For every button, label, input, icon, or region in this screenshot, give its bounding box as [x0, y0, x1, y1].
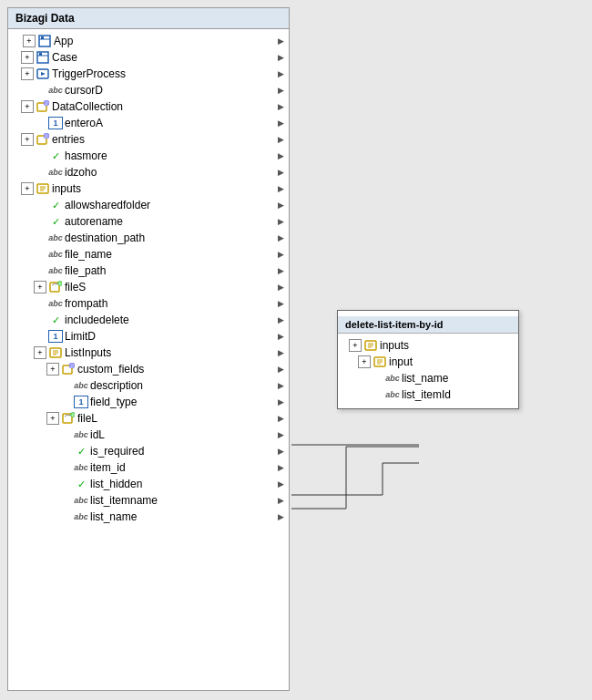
tree-label-case: Case — [52, 51, 77, 64]
tree-row-description[interactable]: abc description ▶ — [8, 377, 289, 394]
arrow-case: ▶ — [276, 53, 285, 62]
tree-row-case[interactable]: + Case ▶ — [8, 49, 289, 66]
tree-label-fileS: fileS — [65, 281, 86, 293]
icon-list_hidden: ✓ — [74, 477, 88, 491]
arrow-triggerprocess: ▶ — [276, 69, 285, 78]
tree-row-hasmore[interactable]: ✓ hasmore ▶ — [8, 148, 289, 164]
tree-row-destination_path[interactable]: abc destination_path ▶ — [8, 230, 289, 246]
icon-fileL: + — [61, 411, 76, 426]
arrow-destination_path: ▶ — [276, 233, 285, 242]
popup-icon-inputs — [363, 338, 378, 353]
arrow-app: ▶ — [276, 36, 285, 46]
expand-datacollection[interactable]: + — [21, 100, 34, 113]
arrow-file_path: ▶ — [276, 266, 285, 275]
tree-label-custom_fields: custom_fields — [77, 363, 144, 376]
expand-custom_fields[interactable]: + — [46, 363, 59, 376]
expand-app[interactable]: + — [23, 35, 36, 47]
popup-title: delete-list-item-by-id — [338, 316, 518, 334]
arrow-enteroA: ▶ — [276, 118, 285, 128]
tree-label-app: App — [54, 35, 73, 47]
tree-row-field_type[interactable]: 1 field_type ▶ — [8, 394, 289, 410]
expand-case[interactable]: + — [21, 51, 34, 64]
icon-cursorD: abc — [48, 83, 63, 98]
popup-row-list_itemId[interactable]: abc list_itemId — [338, 386, 518, 403]
icon-destination_path: abc — [48, 231, 63, 245]
tree-row-inputs[interactable]: + inputs ▶ — [8, 180, 289, 197]
arrow-fileS: ▶ — [276, 283, 285, 292]
tree-row-list_name[interactable]: abc list_name ▶ — [8, 509, 289, 525]
tree-row-file_path[interactable]: abc file_path ▶ — [8, 262, 289, 279]
tree-row-allowsharedfolder[interactable]: ✓ allowsharedfolder ▶ — [8, 197, 289, 213]
tree-row-file_name[interactable]: abc file_name ▶ — [8, 246, 289, 262]
arrow-list_name: ▶ — [276, 512, 285, 521]
icon-field_type: 1 — [74, 396, 88, 408]
tree-label-frompath: frompath — [65, 297, 107, 310]
arrow-ListInputs: ▶ — [276, 348, 285, 357]
icon-datacollection: + — [36, 99, 50, 114]
arrow-list_hidden: ▶ — [276, 479, 285, 489]
icon-idL: abc — [74, 427, 88, 442]
expand-ListInputs[interactable]: + — [34, 346, 46, 359]
expand-triggerprocess[interactable]: + — [21, 67, 34, 80]
tree-row-autorename[interactable]: ✓ autorename ▶ — [8, 213, 289, 230]
icon-list_itemname: abc — [74, 493, 88, 508]
tree-row-frompath[interactable]: abc frompath ▶ — [8, 295, 289, 312]
tree-label-LimitD: LimitD — [65, 330, 96, 343]
tree-label-hasmore: hasmore — [65, 149, 107, 162]
icon-enteroA: 1 — [48, 117, 63, 129]
tree-label-datacollection: DataCollection — [52, 100, 123, 113]
panel-title: Bizagi Data — [8, 8, 289, 29]
icon-inputs — [36, 181, 50, 196]
tree-row-is_required[interactable]: ✓ is_required ▶ — [8, 443, 289, 459]
tree-row-cursorD[interactable]: abc cursorD ▶ — [8, 82, 289, 98]
tree-label-triggerprocess: TriggerProcess — [52, 67, 126, 80]
tree-row-fileS[interactable]: + + fileS ▶ — [8, 279, 289, 295]
tree-row-datacollection[interactable]: + + DataCollection ▶ — [8, 98, 289, 115]
expand-inputs[interactable]: + — [21, 182, 34, 195]
popup-icon-list_name: abc — [385, 371, 400, 386]
arrow-autorename: ▶ — [276, 217, 285, 226]
tree-row-app[interactable]: + App ▶ — [8, 33, 289, 49]
popup-expand-inputs[interactable]: + — [349, 339, 362, 352]
popup-expand-input[interactable]: + — [358, 355, 371, 368]
icon-custom_fields: + — [61, 362, 76, 376]
tree-row-idzoho[interactable]: abc idzoho ▶ — [8, 164, 289, 180]
tree-row-fileL[interactable]: + + fileL ▶ — [8, 410, 289, 427]
tree-row-LimitD[interactable]: 1 LimitD ▶ — [8, 328, 289, 345]
icon-idzoho: abc — [48, 165, 63, 180]
popup-label-list_itemId: list_itemId — [402, 388, 451, 401]
tree-label-enteroA: enteroA — [65, 117, 103, 129]
tree-row-entries[interactable]: + + entries ▶ — [8, 131, 289, 148]
tree-row-enteroA[interactable]: 1 enteroA ▶ — [8, 115, 289, 131]
arrow-hasmore: ▶ — [276, 151, 285, 160]
tree-row-list_hidden[interactable]: ✓ list_hidden ▶ — [8, 476, 289, 492]
arrow-field_type: ▶ — [276, 397, 285, 407]
tree-row-ListInputs[interactable]: + ListInputs ▶ — [8, 345, 289, 361]
arrow-file_name: ▶ — [276, 250, 285, 259]
icon-app — [37, 34, 52, 48]
icon-is_required: ✓ — [74, 444, 88, 458]
tree-row-triggerprocess[interactable]: + TriggerProcess ▶ — [8, 66, 289, 82]
icon-includedelete: ✓ — [48, 313, 63, 327]
tree-label-ListInputs: ListInputs — [65, 346, 111, 359]
popup-row-list_name[interactable]: abc list_name — [338, 370, 518, 386]
tree-row-includedelete[interactable]: ✓ includedelete ▶ — [8, 312, 289, 328]
tree-row-list_itemname[interactable]: abc list_itemname ▶ — [8, 492, 289, 509]
arrow-custom_fields: ▶ — [276, 365, 285, 374]
icon-hasmore: ✓ — [48, 149, 63, 163]
popup-row-input[interactable]: + input — [338, 354, 518, 370]
popup-row-inputs[interactable]: + inputs — [338, 337, 518, 354]
icon-case — [36, 50, 50, 65]
arrow-list_itemname: ▶ — [276, 496, 285, 505]
tree-row-custom_fields[interactable]: + + custom_fields ▶ — [8, 361, 289, 377]
expand-entries[interactable]: + — [21, 133, 34, 146]
arrow-is_required: ▶ — [276, 447, 285, 456]
tree-row-item_id[interactable]: abc item_id ▶ — [8, 459, 289, 476]
expand-fileS[interactable]: + — [34, 281, 46, 293]
arrow-cursorD: ▶ — [276, 86, 285, 95]
expand-fileL[interactable]: + — [46, 412, 59, 425]
arrow-inputs: ▶ — [276, 184, 285, 193]
tree-label-description: description — [90, 379, 143, 392]
arrow-description: ▶ — [276, 381, 285, 390]
tree-row-idL[interactable]: abc idL ▶ — [8, 427, 289, 443]
